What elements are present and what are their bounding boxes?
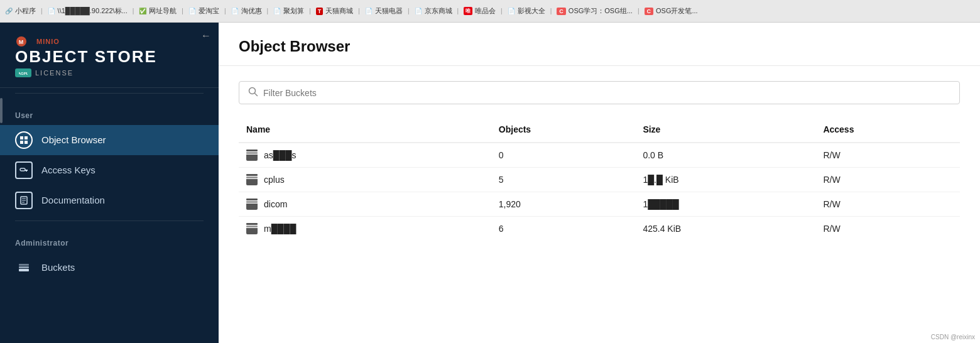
tab-taoyouhui[interactable]: 📄 淘优惠 [231,6,262,16]
svg-rect-6 [20,141,23,144]
tab-separator-8: | [408,8,410,14]
svg-line-19 [255,94,258,96]
tab-file[interactable]: 📄 \\1█████.90.222\标... [48,6,128,16]
footer-credit: CSDN @reixinx [931,334,975,340]
key-icon [19,166,28,175]
svg-rect-7 [24,141,28,144]
tab-osg2[interactable]: C OSG开发笔... [645,6,698,16]
tab-icon-file: 📄 [48,8,55,14]
tab-aitaobao[interactable]: 📄 爱淘宝 [188,6,219,16]
table-row[interactable]: as███s 00.0 BR/W [239,143,960,168]
tab-xiaochengxu[interactable]: 🔗 小程序 [5,6,36,16]
tab-icon-taoyouhui: 📄 [231,8,239,14]
tab-icon-tianmao: T [316,8,324,15]
documentation-icon [15,192,33,209]
tab-icon-xiaochengxu: 🔗 [5,8,13,14]
table-row[interactable]: cplus 51█.█ KiBR/W [239,168,960,192]
sidebar-item-access-keys[interactable]: Access Keys [0,155,219,185]
sidebar-section-admin: Administrator [0,226,219,253]
bucket-stack-icon [18,263,30,272]
tab-separator-12: | [638,8,640,14]
bucket-size-1: 1█.█ KiB [635,168,815,192]
table-row[interactable]: m████ 6425.4 KiBR/W [239,217,960,241]
bucket-access-2: R/W [815,192,960,217]
tab-icon-aitaobao: 📄 [188,8,196,14]
tab-icon-vipshop: 唯 [464,7,472,15]
bucket-icon-1 [246,174,258,185]
svg-rect-17 [19,269,29,271]
page-title: Object Browser [239,38,960,55]
tab-jingdong[interactable]: 📄 京东商城 [415,6,452,16]
sidebar-collapse-button[interactable]: ← [201,30,211,41]
tab-icon-nav: ✅ [139,8,146,14]
sidebar-item-object-browser[interactable]: Object Browser [0,125,219,155]
filter-bar[interactable] [239,81,960,104]
col-header-access: Access [815,119,960,143]
search-svg-icon [248,87,258,97]
bucket-objects-0: 0 [491,143,636,168]
main-body: Name Objects Size Access as███s 00.0 BR/… [219,66,980,343]
main-content: Object Browser Name Objects [219,23,980,343]
bucket-name-1: cplus [264,175,285,185]
tab-juhuasuan[interactable]: 📄 聚划算 [273,6,304,16]
access-keys-icon [15,161,33,179]
tab-nav[interactable]: ✅ 网址导航 [139,6,177,16]
svg-rect-4 [20,136,23,139]
browser-tab-bar: 🔗 小程序 | 📄 \\1█████.90.222\标... | ✅ 网址导航 … [0,0,980,23]
table-body: as███s 00.0 BR/W cplus 51█.█ KiBR/W dico… [239,143,960,241]
tab-separator-2: | [133,8,134,14]
logo-license: LICENSE [35,69,74,77]
logo-brand: M MINIO [15,35,204,48]
tab-icon-tianmaodianqi: 📄 [365,8,373,14]
bucket-icon-0 [246,150,258,161]
filter-buckets-input[interactable] [263,88,950,98]
tab-icon-jingdong: 📄 [415,8,422,14]
sidebar: M MINIO OBJECT STORE AGPL LICENSE ← User [0,23,219,343]
scroll-indicator [0,98,3,123]
sidebar-logo: M MINIO OBJECT STORE AGPL LICENSE [0,23,219,88]
main-header: Object Browser [219,23,980,66]
tab-separator-6: | [309,8,311,14]
bucket-name-0: as███s [264,150,297,160]
svg-rect-15 [19,264,29,266]
tab-separator-11: | [550,8,552,14]
minio-logo-icon: M [15,35,34,48]
object-browser-label: Object Browser [41,134,106,145]
bucket-name-cell-1: cplus [239,168,491,192]
tab-movie[interactable]: 📄 影视大全 [508,6,545,16]
tab-separator-4: | [224,8,226,14]
tab-separator-9: | [457,8,459,14]
table-header: Name Objects Size Access [239,119,960,143]
table-row[interactable]: dicom 1,9201█████R/W [239,192,960,217]
tab-separator-7: | [358,8,360,14]
logo-brand-text: MINIO [36,38,60,45]
tab-separator-1: | [41,8,43,14]
sidebar-item-documentation[interactable]: Documentation [0,185,219,215]
tab-icon-osg2: C [645,8,654,15]
access-keys-label: Access Keys [41,165,95,175]
sidebar-item-buckets[interactable]: Buckets [0,253,219,283]
bucket-name-cell-0: as███s [239,143,491,168]
col-header-name: Name [239,119,491,143]
bucket-name-3: m████ [264,224,296,234]
tab-icon-movie: 📄 [508,8,515,14]
svg-rect-16 [19,266,29,268]
buckets-icon [15,259,33,276]
tab-vipshop[interactable]: 唯 唯品会 [464,6,496,16]
svg-rect-5 [24,136,28,139]
tab-tianmaodianqi[interactable]: 📄 天猫电器 [365,6,403,16]
bucket-access-1: R/W [815,168,960,192]
tab-separator-10: | [501,8,503,14]
tab-separator-3: | [182,8,183,14]
bucket-objects-2: 1,920 [491,192,636,217]
app-container: M MINIO OBJECT STORE AGPL LICENSE ← User [0,23,980,343]
bucket-objects-1: 5 [491,168,636,192]
tab-osg1[interactable]: C OSG学习：OSG组... [557,6,633,16]
bucket-name-cell-2: dicom [239,192,491,217]
documentation-label: Documentation [41,195,105,205]
bucket-objects-3: 6 [491,217,636,241]
agpl-badge: AGPL [15,68,31,77]
bucket-name-2: dicom [264,199,287,209]
tab-tianmao[interactable]: T 天猫商城 [316,6,354,16]
col-header-size: Size [635,119,815,143]
